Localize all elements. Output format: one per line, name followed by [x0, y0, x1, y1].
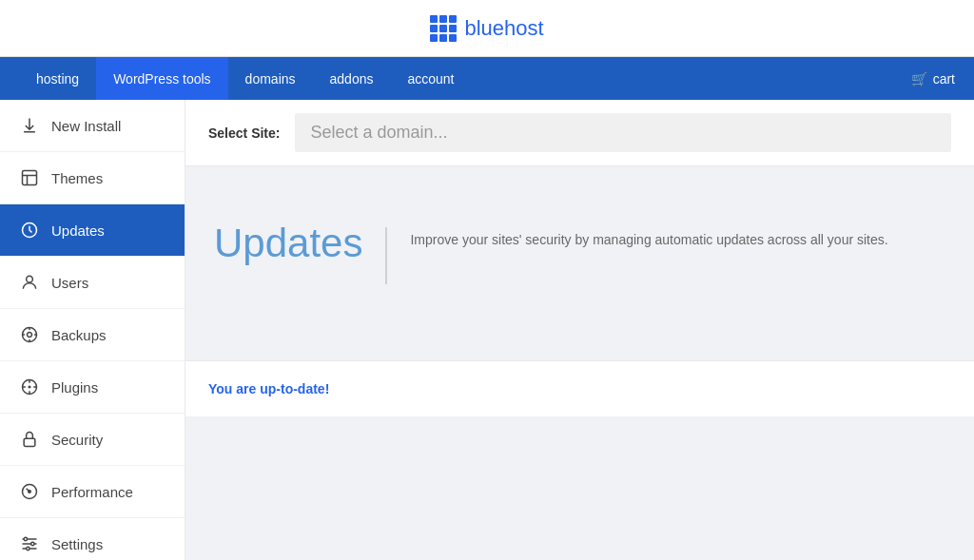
nav-bar: hosting WordPress tools domains addons a…	[0, 57, 974, 100]
sidebar-label-performance: Performance	[51, 484, 133, 500]
uptodate-section: You are up-to-date!	[185, 360, 974, 416]
logo-grid-icon	[430, 15, 457, 42]
updates-description: Improve your sites' security by managing…	[410, 223, 887, 250]
sidebar: New Install Themes Updates	[0, 100, 185, 560]
sidebar-item-plugins[interactable]: Plugins	[0, 361, 185, 414]
main-layout: New Install Themes Updates	[0, 100, 974, 560]
sidebar-item-users[interactable]: Users	[0, 257, 185, 309]
updates-hero: Updates Improve your sites' security by …	[214, 204, 945, 303]
sidebar-item-updates[interactable]: Updates	[0, 204, 185, 257]
uptodate-label: You are up-to-date!	[208, 381, 329, 396]
logo-area: bluehost	[430, 15, 543, 42]
nav-hosting[interactable]: hosting	[19, 57, 96, 100]
sidebar-item-new-install[interactable]: New Install	[0, 100, 185, 152]
download-icon	[19, 115, 40, 136]
updates-divider	[385, 227, 387, 284]
updates-title: Updates	[214, 223, 362, 263]
sidebar-item-themes[interactable]: Themes	[0, 152, 185, 204]
sidebar-label-themes: Themes	[51, 170, 103, 186]
cart-label: cart	[933, 71, 955, 87]
sidebar-label-new-install: New Install	[51, 118, 121, 134]
svg-point-4	[28, 333, 32, 338]
plugins-icon	[19, 377, 40, 397]
sidebar-label-users: Users	[51, 275, 88, 291]
top-bar: bluehost	[0, 0, 974, 57]
sidebar-label-updates: Updates	[51, 222, 105, 239]
sidebar-item-settings[interactable]: Settings	[0, 518, 185, 560]
backups-icon	[19, 324, 40, 345]
nav-account[interactable]: account	[390, 57, 471, 100]
logo-text: bluehost	[464, 16, 543, 41]
nav-addons[interactable]: addons	[313, 57, 391, 100]
svg-point-13	[24, 537, 27, 540]
sidebar-item-security[interactable]: Security	[0, 414, 185, 466]
domain-select[interactable]: Select a domain...	[295, 113, 951, 152]
performance-icon	[19, 481, 40, 502]
nav-domains[interactable]: domains	[228, 57, 313, 100]
cart-button[interactable]: 🛒 cart	[911, 71, 955, 87]
updates-icon	[19, 220, 40, 241]
svg-point-14	[31, 542, 34, 545]
main-content: Select Site: Select a domain... Updates …	[185, 100, 974, 560]
sidebar-label-backups: Backups	[51, 327, 107, 343]
sidebar-item-backups[interactable]: Backups	[0, 309, 185, 361]
sidebar-label-security: Security	[51, 432, 103, 448]
select-site-label: Select Site:	[208, 126, 280, 141]
svg-rect-0	[23, 171, 37, 185]
cart-icon: 🛒	[911, 71, 927, 87]
security-icon	[19, 429, 40, 450]
content-body: Updates Improve your sites' security by …	[185, 166, 974, 360]
svg-point-6	[29, 386, 30, 388]
svg-rect-7	[24, 438, 35, 446]
svg-point-2	[27, 276, 33, 282]
nav-wordpress-tools[interactable]: WordPress tools	[96, 57, 227, 100]
sidebar-label-plugins: Plugins	[51, 379, 98, 396]
svg-point-9	[29, 491, 31, 493]
themes-icon	[19, 167, 40, 188]
sidebar-label-settings: Settings	[51, 536, 103, 552]
users-icon	[19, 272, 40, 293]
settings-icon	[19, 533, 40, 554]
svg-point-15	[27, 547, 29, 550]
select-site-bar: Select Site: Select a domain...	[185, 100, 974, 166]
sidebar-item-performance[interactable]: Performance	[0, 466, 185, 518]
